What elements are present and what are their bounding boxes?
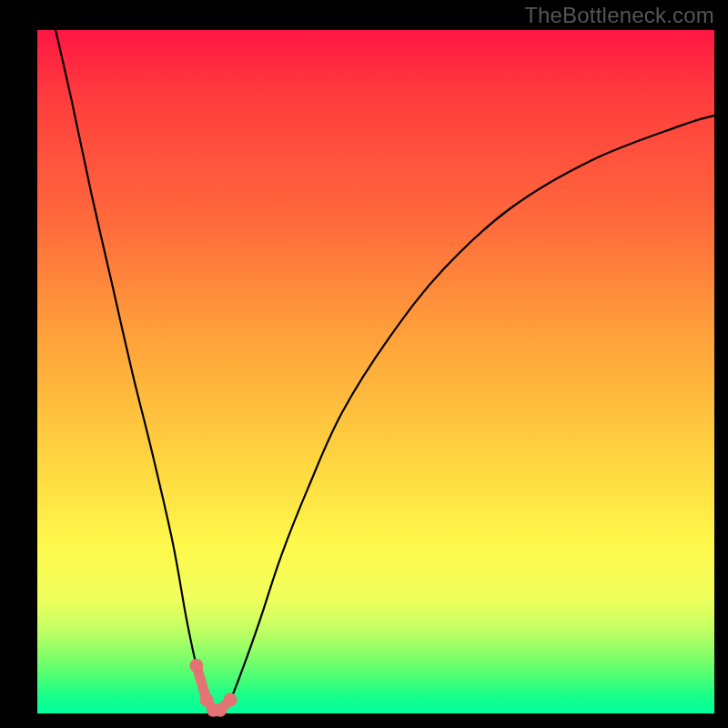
optimal-point [224, 693, 238, 706]
chart-svg [0, 0, 728, 728]
optimal-point [189, 659, 203, 672]
bottleneck-curve [56, 30, 714, 712]
optimal-range-markers [189, 659, 237, 717]
chart-frame: TheBottleneck.com [0, 0, 728, 728]
optimal-point [213, 703, 227, 717]
